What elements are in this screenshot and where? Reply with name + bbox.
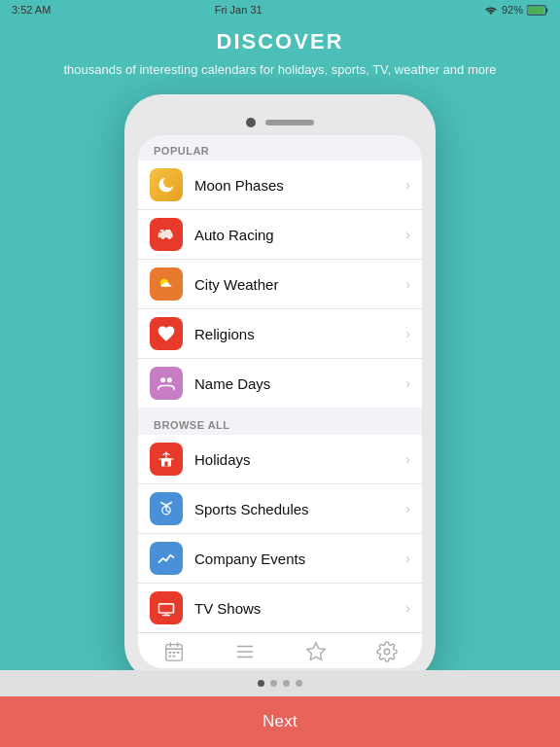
sports-schedules-chevron: › (405, 501, 410, 516)
phone-top (138, 108, 422, 135)
name-days-icon (150, 367, 183, 400)
dot-2 (270, 680, 277, 687)
sports-icon (150, 492, 183, 525)
holidays-chevron: › (405, 451, 410, 467)
list-item-city-weather[interactable]: City Weather › (138, 260, 422, 309)
svg-rect-25 (172, 656, 175, 658)
svg-rect-24 (168, 656, 171, 658)
svg-rect-14 (159, 605, 172, 613)
next-button[interactable]: Next (0, 696, 560, 747)
holidays-label: Holidays (194, 451, 405, 468)
svg-rect-11 (164, 462, 167, 467)
list-item-religions[interactable]: Religions › (138, 309, 422, 359)
svg-point-9 (167, 377, 172, 382)
header: DISCOVER thousands of interesting calend… (0, 19, 560, 94)
tab-calendar[interactable] (163, 641, 185, 662)
list-item-sports-schedules[interactable]: Sports Schedules › (138, 484, 422, 534)
svg-point-8 (160, 377, 165, 382)
city-weather-label: City Weather (194, 276, 405, 293)
list-item-name-days[interactable]: Name Days › (138, 359, 422, 408)
status-date: Fri Jan 31 (215, 4, 262, 16)
list-item-moon-phases[interactable]: Moon Phases › (138, 160, 422, 210)
list-item-auto-racing[interactable]: Auto Racing › (138, 210, 422, 260)
svg-rect-2 (528, 7, 543, 14)
company-events-label: Company Events (194, 551, 405, 567)
popular-section-header: POPULAR (138, 135, 422, 160)
svg-point-6 (164, 230, 166, 231)
phone-screen: POPULAR Moon Phases › (138, 135, 422, 668)
tab-gear[interactable] (376, 641, 398, 662)
city-weather-icon (150, 267, 183, 301)
browse-all-list: Holidays › Sports Schedules › (138, 435, 422, 632)
sports-schedules-label: Sports Schedules (194, 501, 405, 517)
header-subtitle: thousands of interesting calendars for h… (19, 62, 541, 77)
tv-shows-chevron: › (405, 600, 410, 616)
wifi-icon (484, 5, 498, 16)
browse-all-section-header: BROWSE ALL (138, 409, 422, 435)
header-title: DISCOVER (19, 29, 541, 54)
svg-point-4 (168, 236, 171, 239)
svg-point-30 (384, 649, 390, 655)
moon-phases-chevron: › (405, 177, 410, 193)
list-item-company-events[interactable]: Company Events › (138, 534, 422, 584)
svg-rect-23 (176, 652, 179, 654)
tab-list[interactable] (234, 641, 256, 662)
religions-chevron: › (405, 326, 410, 341)
svg-marker-29 (306, 643, 324, 659)
popular-list: Moon Phases › Auto Racing › (138, 160, 422, 408)
battery-icon (527, 5, 548, 16)
tv-shows-label: TV Shows (194, 600, 405, 617)
auto-racing-label: Auto Racing (194, 227, 405, 243)
svg-rect-1 (545, 8, 547, 12)
phone-mockup: POPULAR Moon Phases › (124, 94, 436, 682)
bottom-area: Next (0, 670, 560, 747)
tab-star[interactable] (305, 641, 327, 662)
name-days-chevron: › (405, 375, 410, 391)
company-events-icon (150, 542, 183, 575)
dot-3 (283, 680, 290, 687)
religions-label: Religions (194, 326, 405, 342)
religions-icon (150, 317, 183, 350)
company-events-chevron: › (405, 551, 410, 566)
list-item-holidays[interactable]: Holidays › (138, 435, 422, 484)
name-days-label: Name Days (194, 375, 405, 392)
city-weather-chevron: › (405, 276, 410, 292)
svg-point-5 (159, 231, 161, 233)
svg-point-3 (161, 236, 164, 239)
auto-racing-chevron: › (405, 227, 410, 242)
auto-racing-icon (150, 218, 183, 251)
svg-rect-22 (172, 652, 175, 654)
dot-1 (258, 680, 264, 687)
holidays-icon (150, 443, 183, 476)
page-dots (0, 670, 560, 696)
phone-camera (246, 118, 256, 127)
tv-shows-icon (150, 591, 183, 624)
list-item-tv-shows[interactable]: TV Shows › (138, 584, 422, 632)
svg-rect-21 (168, 652, 171, 654)
status-right: 92% (484, 4, 548, 16)
status-time-date: 3:52 AM (12, 4, 51, 16)
battery-level: 92% (502, 4, 523, 16)
tab-bar (138, 632, 422, 668)
moon-phases-icon (150, 168, 183, 201)
moon-phases-label: Moon Phases (194, 177, 405, 194)
dot-4 (296, 680, 302, 687)
phone-speaker (265, 120, 314, 125)
status-bar: 3:52 AM Fri Jan 31 92% (0, 0, 560, 19)
